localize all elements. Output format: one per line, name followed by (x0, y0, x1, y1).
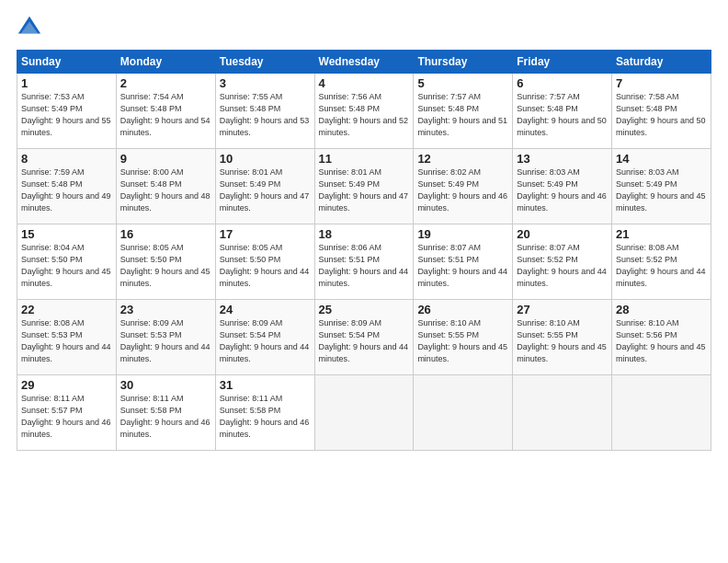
day-number: 2 (120, 76, 211, 90)
calendar-page: SundayMondayTuesdayWednesdayThursdayFrid… (0, 0, 728, 563)
day-number: 26 (417, 303, 508, 316)
day-info: Sunrise: 8:10 AMSunset: 5:55 PMDaylight:… (417, 317, 508, 365)
day-info: Sunrise: 8:08 AMSunset: 5:53 PMDaylight:… (21, 317, 112, 365)
day-info: Sunrise: 8:07 AMSunset: 5:51 PMDaylight:… (417, 242, 508, 290)
day-info: Sunrise: 8:06 AMSunset: 5:51 PMDaylight:… (319, 242, 410, 290)
day-info: Sunrise: 8:09 AMSunset: 5:54 PMDaylight:… (220, 317, 311, 365)
calendar-cell: 8 Sunrise: 7:59 AMSunset: 5:48 PMDayligh… (17, 149, 117, 224)
day-info: Sunrise: 8:04 AMSunset: 5:50 PMDaylight:… (21, 242, 112, 290)
calendar-cell: 12 Sunrise: 8:02 AMSunset: 5:49 PMDaylig… (414, 149, 513, 224)
day-info: Sunrise: 8:11 AMSunset: 5:58 PMDaylight:… (220, 393, 311, 441)
calendar-cell: 10 Sunrise: 8:01 AMSunset: 5:49 PMDaylig… (215, 149, 314, 224)
day-info: Sunrise: 7:56 AMSunset: 5:48 PMDaylight:… (319, 91, 410, 139)
calendar-cell (612, 375, 711, 451)
day-info: Sunrise: 8:11 AMSunset: 5:57 PMDaylight:… (21, 393, 112, 441)
calendar-cell: 5 Sunrise: 7:57 AMSunset: 5:48 PMDayligh… (414, 74, 513, 149)
calendar-week-row: 15 Sunrise: 8:04 AMSunset: 5:50 PMDaylig… (17, 224, 711, 300)
day-info: Sunrise: 7:59 AMSunset: 5:48 PMDaylight:… (21, 167, 112, 214)
calendar-cell: 27 Sunrise: 8:10 AMSunset: 5:55 PMDaylig… (513, 300, 612, 375)
calendar-cell (414, 375, 513, 451)
day-number: 6 (517, 76, 608, 90)
day-info: Sunrise: 8:05 AMSunset: 5:50 PMDaylight:… (120, 242, 211, 290)
day-number: 22 (21, 303, 112, 316)
calendar-week-row: 1 Sunrise: 7:53 AMSunset: 5:49 PMDayligh… (17, 74, 711, 149)
calendar-table: SundayMondayTuesdayWednesdayThursdayFrid… (17, 50, 711, 451)
day-number: 31 (220, 378, 311, 392)
weekday-header: Saturday (612, 51, 711, 74)
calendar-cell: 19 Sunrise: 8:07 AMSunset: 5:51 PMDaylig… (414, 224, 513, 300)
day-number: 3 (220, 76, 311, 90)
day-info: Sunrise: 8:03 AMSunset: 5:49 PMDaylight:… (517, 167, 608, 214)
day-info: Sunrise: 7:57 AMSunset: 5:48 PMDaylight:… (517, 91, 608, 139)
calendar-cell: 26 Sunrise: 8:10 AMSunset: 5:55 PMDaylig… (414, 300, 513, 375)
weekday-header-row: SundayMondayTuesdayWednesdayThursdayFrid… (17, 51, 711, 74)
day-info: Sunrise: 7:57 AMSunset: 5:48 PMDaylight:… (417, 91, 508, 139)
calendar-cell: 17 Sunrise: 8:05 AMSunset: 5:50 PMDaylig… (215, 224, 314, 300)
header (17, 15, 711, 40)
calendar-cell: 1 Sunrise: 7:53 AMSunset: 5:49 PMDayligh… (17, 74, 117, 149)
calendar-week-row: 29 Sunrise: 8:11 AMSunset: 5:57 PMDaylig… (17, 375, 711, 451)
calendar-cell: 29 Sunrise: 8:11 AMSunset: 5:57 PMDaylig… (17, 375, 117, 451)
day-number: 27 (517, 303, 608, 316)
logo (17, 15, 46, 40)
day-info: Sunrise: 7:55 AMSunset: 5:48 PMDaylight:… (220, 91, 311, 139)
day-number: 17 (220, 227, 311, 241)
weekday-header: Friday (513, 51, 612, 74)
day-number: 14 (616, 152, 707, 166)
day-info: Sunrise: 8:03 AMSunset: 5:49 PMDaylight:… (616, 167, 707, 214)
calendar-week-row: 22 Sunrise: 8:08 AMSunset: 5:53 PMDaylig… (17, 300, 711, 375)
calendar-cell: 20 Sunrise: 8:07 AMSunset: 5:52 PMDaylig… (513, 224, 612, 300)
day-number: 15 (21, 227, 112, 241)
weekday-header: Thursday (414, 51, 513, 74)
day-info: Sunrise: 8:11 AMSunset: 5:58 PMDaylight:… (120, 393, 211, 441)
day-info: Sunrise: 8:08 AMSunset: 5:52 PMDaylight:… (616, 242, 707, 290)
day-info: Sunrise: 8:09 AMSunset: 5:54 PMDaylight:… (319, 317, 410, 365)
day-info: Sunrise: 8:02 AMSunset: 5:49 PMDaylight:… (417, 167, 508, 214)
weekday-header: Monday (116, 51, 215, 74)
calendar-cell: 23 Sunrise: 8:09 AMSunset: 5:53 PMDaylig… (116, 300, 215, 375)
weekday-header: Sunday (17, 51, 117, 74)
calendar-cell: 18 Sunrise: 8:06 AMSunset: 5:51 PMDaylig… (314, 224, 414, 300)
calendar-cell: 31 Sunrise: 8:11 AMSunset: 5:58 PMDaylig… (215, 375, 314, 451)
calendar-cell: 9 Sunrise: 8:00 AMSunset: 5:48 PMDayligh… (116, 149, 215, 224)
day-info: Sunrise: 8:10 AMSunset: 5:55 PMDaylight:… (517, 317, 608, 365)
day-info: Sunrise: 7:54 AMSunset: 5:48 PMDaylight:… (120, 91, 211, 139)
calendar-cell: 28 Sunrise: 8:10 AMSunset: 5:56 PMDaylig… (612, 300, 711, 375)
day-number: 12 (417, 152, 508, 166)
calendar-cell: 22 Sunrise: 8:08 AMSunset: 5:53 PMDaylig… (17, 300, 117, 375)
day-number: 1 (21, 76, 112, 90)
day-number: 28 (616, 303, 707, 316)
day-number: 23 (120, 303, 211, 316)
calendar-cell: 24 Sunrise: 8:09 AMSunset: 5:54 PMDaylig… (215, 300, 314, 375)
day-number: 16 (120, 227, 211, 241)
day-number: 11 (319, 152, 410, 166)
day-number: 29 (21, 378, 112, 392)
day-number: 21 (616, 227, 707, 241)
calendar-cell (314, 375, 414, 451)
calendar-cell: 7 Sunrise: 7:58 AMSunset: 5:48 PMDayligh… (612, 74, 711, 149)
day-number: 7 (616, 76, 707, 90)
calendar-cell: 21 Sunrise: 8:08 AMSunset: 5:52 PMDaylig… (612, 224, 711, 300)
calendar-week-row: 8 Sunrise: 7:59 AMSunset: 5:48 PMDayligh… (17, 149, 711, 224)
day-info: Sunrise: 8:01 AMSunset: 5:49 PMDaylight:… (220, 167, 311, 214)
day-info: Sunrise: 8:10 AMSunset: 5:56 PMDaylight:… (616, 317, 707, 365)
day-number: 30 (120, 378, 211, 392)
day-number: 13 (517, 152, 608, 166)
weekday-header: Wednesday (314, 51, 414, 74)
calendar-cell: 4 Sunrise: 7:56 AMSunset: 5:48 PMDayligh… (314, 74, 414, 149)
calendar-cell: 16 Sunrise: 8:05 AMSunset: 5:50 PMDaylig… (116, 224, 215, 300)
day-number: 20 (517, 227, 608, 241)
day-info: Sunrise: 8:05 AMSunset: 5:50 PMDaylight:… (220, 242, 311, 290)
calendar-cell: 3 Sunrise: 7:55 AMSunset: 5:48 PMDayligh… (215, 74, 314, 149)
day-number: 8 (21, 152, 112, 166)
calendar-cell (513, 375, 612, 451)
calendar-cell: 15 Sunrise: 8:04 AMSunset: 5:50 PMDaylig… (17, 224, 117, 300)
day-number: 25 (319, 303, 410, 316)
day-info: Sunrise: 8:00 AMSunset: 5:48 PMDaylight:… (120, 167, 211, 214)
day-number: 4 (319, 76, 410, 90)
logo-icon (17, 15, 42, 40)
day-info: Sunrise: 7:58 AMSunset: 5:48 PMDaylight:… (616, 91, 707, 139)
calendar-cell: 13 Sunrise: 8:03 AMSunset: 5:49 PMDaylig… (513, 149, 612, 224)
day-info: Sunrise: 8:01 AMSunset: 5:49 PMDaylight:… (319, 167, 410, 214)
day-number: 10 (220, 152, 311, 166)
